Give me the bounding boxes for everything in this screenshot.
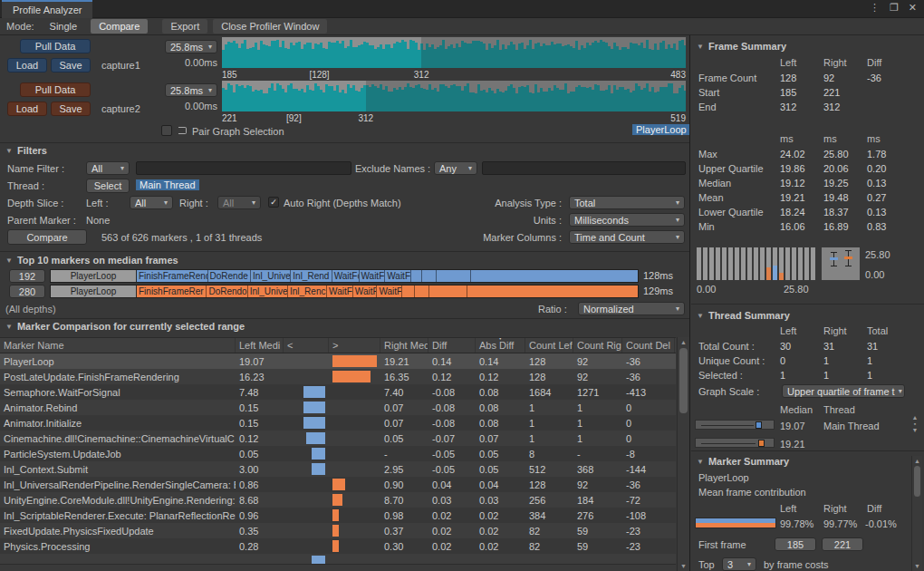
thread-list-scroller[interactable]: ▲ ▪ ▼ [910,414,920,433]
column-header-9[interactable]: Count Del [622,338,675,353]
name-filter-dropdown[interactable]: All▾ [86,161,130,175]
scroll-up-icon[interactable]: ▲ [910,414,920,421]
pull-data-right-button[interactable]: Pull Data [20,82,91,97]
scrollbar-thumb[interactable] [914,466,920,497]
top10-marker-segment[interactable] [415,286,428,297]
thread-chip[interactable]: Main Thread [136,179,199,190]
frame-time-boxplot[interactable] [822,247,860,280]
load-left-button[interactable]: Load [7,58,47,73]
maximize-icon[interactable]: ❐ [890,2,899,14]
column-header-6[interactable]: Abs Diff▼ [476,338,525,353]
horizontal-scrollbar[interactable] [0,564,676,571]
table-row[interactable]: Inl_UniversalRenderPipeline.RenderSingle… [0,477,676,492]
table-row[interactable]: Animator.Initialize0.150.07-0.080.08110 [0,415,676,431]
comparison-header[interactable]: ▼ Marker Comparison for currently select… [5,321,245,332]
column-header-3[interactable]: > [329,338,380,353]
thread-median-slider-right[interactable] [695,438,775,448]
frame-time-graph-left[interactable] [222,37,686,68]
frame-summary-header[interactable]: ▼ Frame Summary [697,41,786,52]
slider-marker-blue[interactable] [756,421,762,429]
column-header-1[interactable]: Left Medi [236,338,284,353]
scroll-down-icon[interactable]: ▼ [912,563,922,569]
units-dropdown[interactable]: Milliseconds▾ [569,213,685,227]
thread-summary-header[interactable]: ▼ Thread Summary [697,310,790,321]
table-row[interactable]: PostLateUpdate.FinishFrameRendering16.23… [0,369,676,384]
frame-time-histogram[interactable] [697,247,818,280]
table-row[interactable]: Physics.Processing0.280.300.020.028259-2… [0,538,676,554]
thread-median-slider-left[interactable] [695,420,775,430]
top10-marker-segment[interactable]: WaitFo [377,286,402,297]
top10-marker-segment[interactable]: WaitFo [385,270,411,282]
save-left-button[interactable]: Save [51,58,91,73]
top10-marker-segment[interactable] [437,270,472,282]
table-row[interactable]: UnityEngine.CoreModule.dll!UnityEngine.R… [0,492,676,508]
table-row[interactable]: ParticleSystem.UpdateJob0.05--0.050.058-… [0,446,676,461]
close-profiler-window-button[interactable]: Close Profiler Window [213,19,327,34]
depth-right-dropdown[interactable]: All▾ [217,196,261,209]
top10-marker-segment[interactable] [411,270,422,282]
range-dropdown-left[interactable]: 25.8ms▾ [165,40,217,53]
top10-marker-segment[interactable]: WaitFo [327,286,353,297]
name-filter-input[interactable] [136,161,351,175]
top10-root-segment[interactable]: PlayerLoop [51,270,137,282]
column-header-7[interactable]: Count Lef [525,338,573,353]
pull-data-left-button[interactable]: Pull Data [20,39,91,53]
column-header-2[interactable]: < [284,338,329,353]
top10-marker-segment[interactable] [402,286,415,297]
exclude-names-dropdown[interactable]: Any▾ [434,161,477,175]
selection-chip[interactable]: PlayerLoop [632,124,690,135]
scroll-down-icon[interactable]: ▼ [910,427,920,433]
frame-time-graph-right[interactable] [222,81,686,111]
scroll-down-icon[interactable]: ▼ [678,563,689,569]
column-header-0[interactable]: Marker Name [0,338,236,353]
table-row[interactable]: Animator.Rebind0.150.07-0.080.08110 [0,400,676,415]
pair-graph-checkbox[interactable] [161,125,172,136]
table-row[interactable]: Inl_ScriptableRenderer.Execute: PlanarRe… [0,508,676,523]
depth-left-dropdown[interactable]: All▾ [130,196,173,209]
top10-marker-segment[interactable]: FinishFrameRend [137,270,208,282]
top10-marker-segment[interactable] [471,270,638,282]
analysis-type-dropdown[interactable]: Total▾ [569,196,685,209]
top10-marker-segment[interactable]: DoRende [208,270,252,282]
filters-header[interactable]: ▼ Filters [5,145,47,156]
slider-marker-orange[interactable] [758,440,765,447]
table-row[interactable]: PlayerLoop19.0719.210.140.1412892-36 [0,353,676,369]
top10-root-segment[interactable]: PlayerLoop [51,286,137,297]
tab-profile-analyzer[interactable]: Profile Analyzer [2,0,92,18]
frame-index-button[interactable]: 192 [9,269,45,283]
column-header-5[interactable]: Diff [428,338,476,353]
top10-marker-segment[interactable]: WaitFo [332,270,360,282]
scroll-up-icon[interactable]: ▲ [678,339,689,345]
top10-marker-segment[interactable] [429,286,467,297]
table-row[interactable]: FixedUpdate.PhysicsFixedUpdate0.350.370.… [0,523,676,538]
marker-summary-header[interactable]: ▼ Marker Summary [697,456,789,467]
export-button[interactable]: Export [162,19,207,34]
top10-marker-segment[interactable] [467,286,638,297]
top10-marker-segment[interactable]: Inl_Renc [288,286,327,297]
kebab-menu-icon[interactable]: ⋮ [870,2,880,14]
first-frame-right-button[interactable]: 221 [822,537,863,551]
scrollbar-thumb[interactable] [679,348,688,413]
ratio-dropdown[interactable]: Normalized▾ [578,302,685,315]
top10-marker-segment[interactable]: DoRendo [207,286,247,297]
load-right-button[interactable]: Load [7,102,47,116]
scroll-up-icon[interactable]: ▲ [912,458,922,464]
top10-marker-segment[interactable]: FinishFrameRer [137,286,207,297]
comparison-scrollbar[interactable]: ▲ ▼ [677,337,689,571]
table-row[interactable]: Cinemachine.dll!Cinemachine::Cinemachine… [0,431,676,446]
compare-button[interactable]: Compare [7,229,87,245]
top-count-dropdown[interactable]: 3▾ [722,557,756,571]
save-right-button[interactable]: Save [51,102,91,116]
close-icon[interactable]: ✕ [909,2,917,14]
mode-single-button[interactable]: Single [42,19,86,34]
top10-marker-segment[interactable]: Inl_Unive [248,286,288,297]
frame-index-button[interactable]: 280 [9,285,45,298]
range-dropdown-right[interactable]: 25.8ms▾ [165,83,217,97]
thread-select-button[interactable]: Select [86,179,130,193]
auto-right-checkbox[interactable]: ✓ [268,197,279,208]
top10-marker-segment[interactable]: WaitF [353,286,378,297]
top10-marker-segment[interactable] [422,270,436,282]
top10-marker-segment[interactable]: WaitFo [360,270,386,282]
marker-columns-dropdown[interactable]: Time and Count▾ [569,230,685,244]
first-frame-left-button[interactable]: 185 [775,537,816,551]
